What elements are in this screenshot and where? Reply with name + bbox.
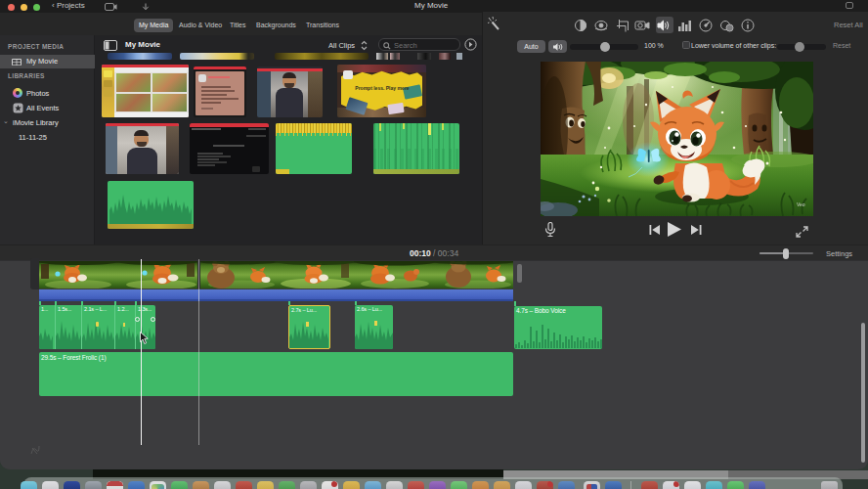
svg-text:Veo: Veo bbox=[797, 201, 805, 207]
